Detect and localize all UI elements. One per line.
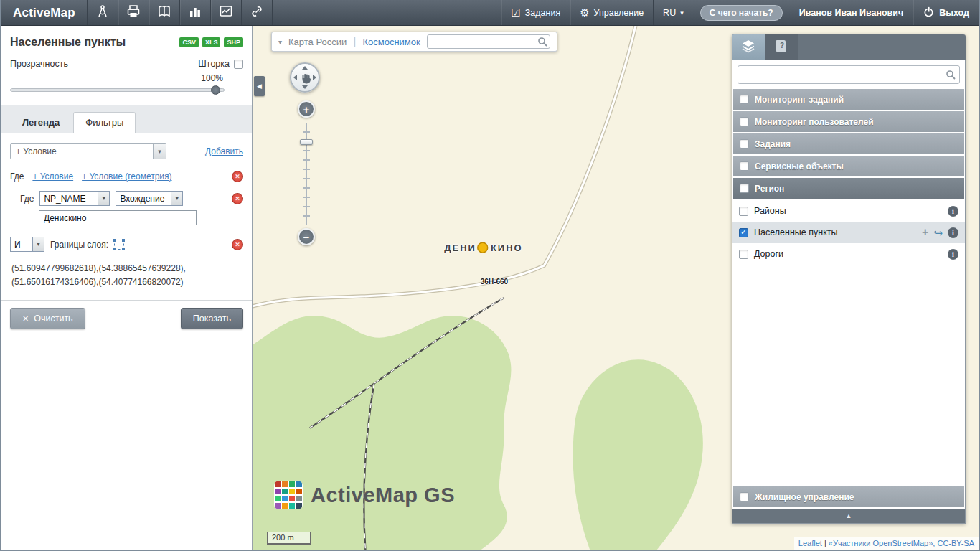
layer-group-tasks[interactable]: Задания — [733, 133, 964, 154]
language-value: RU — [663, 8, 676, 18]
group-label: Задания — [755, 139, 791, 149]
layer-properties-panel: Населенные пункты CSV XLS SHP Прозрачнос… — [1, 26, 253, 550]
layer-checkbox[interactable] — [739, 250, 748, 259]
top-bar: ActiveMap ☑ Задания — [1, 0, 979, 26]
export-xls-button[interactable]: XLS — [202, 37, 221, 47]
layers-search-input[interactable] — [738, 65, 960, 84]
layer-group-monitoring-users[interactable]: Мониторинг пользователей — [733, 111, 964, 132]
operator-select[interactable]: Вхождение ▾ — [116, 191, 183, 206]
print-button[interactable] — [118, 0, 149, 25]
bounds-selection-icon[interactable] — [114, 240, 124, 250]
logic-select[interactable]: И ▾ — [10, 237, 44, 252]
group-checkbox[interactable] — [740, 117, 749, 126]
collapse-left-panel-button[interactable]: ◀ — [254, 76, 265, 96]
field-select-value: NP_NAME — [40, 194, 98, 204]
search-icon[interactable] — [946, 70, 956, 80]
pan-right-icon[interactable] — [313, 75, 316, 80]
layer-group-monitoring-tasks[interactable]: Мониторинг заданий — [733, 89, 964, 110]
user-menu[interactable]: Иванов Иван Иванович — [790, 0, 913, 25]
tab-filters[interactable]: Фильтры — [73, 112, 136, 133]
logic-select-value: И — [11, 240, 32, 250]
field-select[interactable]: NP_NAME ▾ — [39, 191, 110, 206]
group-checkbox[interactable] — [740, 492, 749, 501]
pan-left-icon[interactable] — [293, 75, 297, 80]
map-attribution: Leaflet | «Участники OpenStreetMap», CC-… — [794, 537, 979, 550]
info-icon[interactable]: i — [948, 249, 958, 260]
management-menu-item[interactable]: ⚙ Управление — [570, 0, 653, 25]
monitor-button[interactable] — [211, 0, 241, 25]
map-search-input[interactable] — [427, 34, 550, 49]
group-checkbox[interactable] — [740, 95, 749, 104]
main-content: Населенные пункты CSV XLS SHP Прозрачнос… — [1, 26, 979, 550]
export-csv-button[interactable]: CSV — [179, 37, 199, 47]
close-icon: ✕ — [22, 314, 29, 324]
layer-checkbox[interactable] — [739, 207, 748, 216]
layer-group-housing[interactable]: Жилищное управление — [733, 486, 964, 507]
group-checkbox[interactable] — [740, 161, 749, 171]
transparency-slider[interactable] — [10, 85, 225, 95]
remove-geometry-condition-button[interactable]: ✕ — [232, 239, 243, 250]
filter-actions: ✕ Очистить Показать — [1, 301, 252, 336]
add-geometry-condition-link[interactable]: + Условие (геометрия) — [82, 171, 171, 182]
layer-checkbox[interactable] — [739, 228, 748, 237]
activemap-logo-icon — [274, 481, 303, 509]
search-icon[interactable] — [537, 37, 547, 47]
add-object-icon[interactable]: + — [922, 227, 928, 238]
layer-row-roads[interactable]: Дороги i — [732, 243, 965, 265]
pan-up-icon[interactable] — [302, 66, 308, 70]
base-layer-satellite[interactable]: Космоснимок — [362, 37, 420, 47]
add-condition-link[interactable]: + Условие — [32, 171, 73, 182]
zoom-in-button[interactable]: + — [298, 100, 315, 118]
license-link[interactable]: , CC-BY-SA — [933, 539, 974, 547]
dropdown-arrow-icon[interactable]: ▾ — [153, 144, 166, 159]
base-layer-map[interactable]: Карта России — [288, 37, 347, 47]
measure-tool-button[interactable] — [88, 0, 118, 25]
group-checkbox[interactable] — [740, 184, 749, 193]
layers-panel-tabs: ? — [732, 34, 966, 60]
group-checkbox[interactable] — [740, 139, 749, 149]
map-area: ДЕНИ КИНО 36Н-660 ▾ Карта России | Космо… — [253, 26, 979, 550]
collapse-panel-button[interactable]: ▲ — [732, 509, 965, 523]
logout-button[interactable]: Выход — [913, 0, 979, 25]
getting-started-button[interactable]: С чего начать? — [700, 5, 783, 21]
goto-layer-icon[interactable]: ↪ — [933, 227, 943, 238]
condition-combobox[interactable]: + Условие ▾ — [10, 143, 166, 159]
zoom-slider[interactable] — [303, 123, 310, 225]
export-shp-button[interactable]: SHP — [224, 37, 243, 47]
layer-group-service-objects[interactable]: Сервисные объекты — [733, 156, 964, 176]
curtain-checkbox[interactable] — [234, 60, 243, 69]
layers-search — [732, 60, 965, 89]
language-selector[interactable]: RU ▾ — [653, 0, 693, 25]
info-icon[interactable]: i — [948, 206, 958, 217]
atlas-button[interactable] — [149, 0, 179, 25]
measure-icon — [95, 4, 110, 22]
tasks-menu-item[interactable]: ☑ Задания — [501, 0, 570, 25]
tab-layers[interactable] — [732, 34, 765, 60]
layer-row-districts[interactable]: Районы i — [732, 200, 965, 222]
tab-legend[interactable]: Легенда — [10, 112, 72, 133]
watermark: ActiveMap GS — [274, 481, 455, 509]
tab-help[interactable]: ? — [765, 34, 798, 60]
where-label: Где — [10, 171, 24, 182]
pan-control[interactable] — [290, 62, 320, 93]
show-button[interactable]: Показать — [181, 308, 243, 329]
clear-button[interactable]: ✕ Очистить — [10, 308, 85, 329]
remove-group-button[interactable]: ✕ — [232, 171, 243, 182]
remove-condition-button[interactable]: ✕ — [232, 193, 243, 204]
zoom-slider-handle[interactable] — [300, 139, 313, 145]
layer-bar-dropdown-icon[interactable]: ▾ — [278, 38, 282, 46]
condition-value-input[interactable] — [39, 210, 197, 225]
reports-button[interactable] — [180, 0, 210, 25]
power-icon — [923, 6, 935, 20]
add-link[interactable]: Добавить — [205, 146, 243, 156]
layer-row-settlements[interactable]: Населенные пункты + ↪ i — [732, 222, 965, 243]
group-label: Регион — [755, 184, 784, 194]
export-badges: CSV XLS SHP — [179, 37, 243, 47]
layer-group-region[interactable]: Регион — [733, 178, 964, 199]
info-icon[interactable]: i — [948, 227, 958, 238]
leaflet-link[interactable]: Leaflet — [798, 539, 822, 547]
slider-handle[interactable] — [211, 85, 220, 95]
share-link-button[interactable] — [242, 0, 272, 25]
zoom-out-button[interactable]: − — [298, 228, 315, 245]
osm-link[interactable]: «Участники OpenStreetMap» — [829, 539, 933, 547]
